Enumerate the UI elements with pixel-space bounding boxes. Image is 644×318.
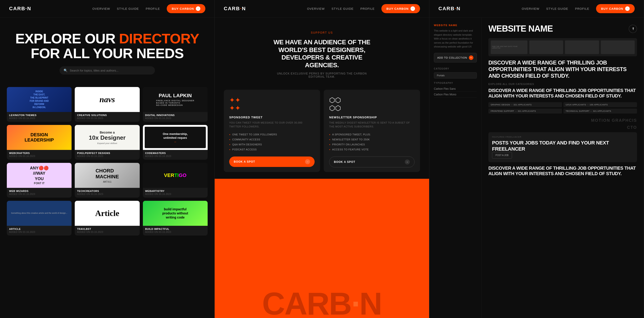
card-date-9: ADDED ON 03.16.2023 xyxy=(145,193,205,195)
category-tag[interactable]: Portals xyxy=(434,72,477,78)
category-label: CATEGORY xyxy=(434,68,477,70)
card-date-7: ADDED ON 03.16.2023 xyxy=(9,193,69,195)
card-techcreators[interactable]: CHORDMACHINE AKT-0.1 TECHCREATORS ADDED … xyxy=(75,163,140,198)
card-date-5: ADDED ON 03.16.2023 xyxy=(77,155,137,158)
newsletter-icon: ⬡⬡⬡⬡ xyxy=(329,96,414,112)
preview-thumb-2 xyxy=(529,40,563,54)
card-date-4: ADDED ON 03.16.2023 xyxy=(9,155,69,158)
card-date-3: ADDED ON 03.16.2023 xyxy=(145,117,205,120)
newsletter-feature-3: PRIORITY ON LAUNCHES xyxy=(329,142,414,147)
card-thumb-blue: INSIDETHE EAST,THE BLUEPRINTFOR BRAND AN… xyxy=(7,87,72,112)
font-item-1: Carbon Flex Sans xyxy=(434,86,477,92)
tweet-card: ✦✦✦✦ SPONSORED TWEET YOU CAN TWEET YOUR … xyxy=(224,90,320,172)
nav-overview-2[interactable]: OVERVIEW xyxy=(307,7,325,10)
buy-arrow-icon-2: → xyxy=(410,6,415,11)
typography-label: TYPOGRAPHY xyxy=(434,82,477,84)
panel-3: CARB·N OVERVIEW STYLE GUIDE PROFILE BUY … xyxy=(429,0,644,318)
nav-profile-2[interactable]: PROFILE xyxy=(360,7,374,10)
card-thumb-navs: navs xyxy=(75,87,140,112)
skill-item-1[interactable]: Graphic Design — 321 Applicants xyxy=(488,102,562,107)
support-title: WE HAVE AN AUDIENCE OF THE WORLD'S BEST … xyxy=(265,38,379,69)
card-title-5: PIXELPERFECT DESIGNS xyxy=(77,152,137,154)
card-navs[interactable]: navs CREATIVE SOLUTIONS ADDED ON 03.16.2… xyxy=(75,87,140,122)
cards-grid-row2: DESIGNLEADERSHIP WEBCRAFTERS ADDED ON 03… xyxy=(0,125,214,163)
book-arrow-icon-2: → xyxy=(405,160,410,164)
tweet-features: ONE TWEET TO 100K FOLLOWERS COMMUNITY AC… xyxy=(229,132,314,152)
explore-label: EXPLORE ALL OUR CATEGORIES xyxy=(488,83,534,86)
card-title-7: WEB WIZARDS xyxy=(9,190,69,192)
newsletter-feature-1: A SPONSORED TWEET, PLUS: xyxy=(329,132,414,137)
nav-styleguide-1[interactable]: STYLE GUIDE xyxy=(117,7,139,10)
card-title-12: BUILD IMPACTFUL xyxy=(145,228,205,230)
p3-website-desc: This website is a light and dark and ele… xyxy=(434,29,477,49)
tweet-feature-4: PODCAST ACCESS xyxy=(229,147,314,152)
book-spot-btn-2[interactable]: BOOK A SPOT → xyxy=(329,156,414,168)
external-link-icon[interactable]: ↗ xyxy=(627,23,639,34)
book-spot-btn-1[interactable]: BOOK A SPOT → xyxy=(229,156,314,167)
nav-styleguide-2[interactable]: STYLE GUIDE xyxy=(332,7,354,10)
search-icon: 🔍 xyxy=(64,68,68,72)
card-webartistry[interactable]: VERTIGO WEBARTISTRY ADDED ON 03.16.2023 xyxy=(143,163,208,198)
p3-main-content: WEBSITE NAME ↗ FIND THE JOB THAT SUITS Y… xyxy=(482,18,644,318)
support-section: SUPPORT US WE HAVE AN AUDIENCE OF THE WO… xyxy=(215,18,429,83)
hero-title: EXPLORE OUR DIRECTORY FOR ALL YOUR NEEDS xyxy=(9,31,205,61)
newsletter-feature-4: ACCESS TO FEATURE VOTE xyxy=(329,147,414,152)
tweet-icon: ✦✦✦✦ xyxy=(229,96,314,112)
card-thumb-anyway: ANY🔴🔴 ///WAY YOU FONT IT xyxy=(7,163,72,188)
cards-grid-row1: INSIDETHE EAST,THE BLUEPRINTFOR BRAND AN… xyxy=(0,87,214,125)
buy-carbon-btn-3[interactable]: BUY CARBON → xyxy=(596,4,635,13)
p3-explore-row: EXPLORE ALL OUR CATEGORIES xyxy=(488,83,637,86)
nav-profile-1[interactable]: PROFILE xyxy=(146,7,160,10)
search-input[interactable] xyxy=(70,69,151,72)
panel-1: CARB·N OVERVIEW STYLE GUIDE PROFILE BUY … xyxy=(0,0,215,318)
card-build-impactful[interactable]: build impactfulproducts withoutwriting c… xyxy=(143,201,208,236)
buy-carbon-btn-2[interactable]: BUY CARBON → xyxy=(382,4,420,13)
support-tag: SUPPORT US xyxy=(224,31,420,34)
skill-item-4[interactable]: Technical Support — 321 Applicants xyxy=(563,108,637,114)
newsletter-card-desc: THE WEEKLY DIGEST NEWSLETTER IS SENT TO … xyxy=(329,121,414,128)
card-thumb-article: Something about this creative article an… xyxy=(7,201,72,226)
tweet-card-desc: YOU CAN TWEET YOUR MESSAGE TO OUR OVER 3… xyxy=(229,121,314,128)
add-to-collection-btn[interactable]: ADD TO COLLECTION + xyxy=(434,53,477,62)
card-article[interactable]: Something about this creative article an… xyxy=(7,201,72,236)
post-jobs-title: POSTS YOUR JOBS TODAY AND FIND YOUR NEXT… xyxy=(492,140,633,152)
newsletter-features: A SPONSORED TWEET, PLUS: NEWSLETTER SENT… xyxy=(329,132,414,152)
nav-overview-1[interactable]: OVERVIEW xyxy=(92,7,110,10)
card-thumb-paul: PAUL LAPKIN FREELANCE DIGITAL DESIGNERBA… xyxy=(143,87,208,112)
preview-thumb-1: FIND THE JOB THAT SUITS YOUR LIFESTYLE xyxy=(491,40,528,54)
post-job-btn[interactable]: POST A JOB xyxy=(492,152,512,158)
bottom-logo-text: CARB·N xyxy=(262,290,382,318)
card-paul[interactable]: PAUL LAPKIN FREELANCE DIGITAL DESIGNERBA… xyxy=(143,87,208,122)
p3-big-text-2: DISCOVER A WIDE RANGE OF THRILLING JOB O… xyxy=(488,88,637,98)
card-thumb-article-white: Article xyxy=(75,201,140,226)
card-travlbst[interactable]: Article TRAVLBST ADDED ON 03.16.2023 xyxy=(75,201,140,236)
card-title-11: TRAVLBST xyxy=(77,228,137,230)
search-bar: 🔍 xyxy=(60,66,155,74)
add-icon: + xyxy=(469,56,474,60)
navbar-1: CARB·N OVERVIEW STYLE GUIDE PROFILE BUY … xyxy=(0,0,214,18)
card-webwizards[interactable]: ANY🔴🔴 ///WAY YOU FONT IT WEB WIZARDS ADD… xyxy=(7,163,72,198)
p3-main-title: WEBSITE NAME ↗ xyxy=(488,24,637,34)
buy-carbon-btn-1[interactable]: BUY CARBON → xyxy=(167,4,205,13)
card-thumb-design: DESIGNLEADERSHIP xyxy=(7,125,72,150)
card-title-8: TECHCREATORS xyxy=(77,190,137,192)
skill-item-3[interactable]: Frontend Support — 321 Applicants xyxy=(488,108,562,114)
card-title-3: DIGITAL INNOVATIONS xyxy=(145,114,205,116)
card-webcrafters[interactable]: DESIGNLEADERSHIP WEBCRAFTERS ADDED ON 03… xyxy=(7,125,72,160)
card-pixelperfect[interactable]: Become a 10x Designer Expand your skills… xyxy=(75,125,140,160)
sponsorship-cards: ✦✦✦✦ SPONSORED TWEET YOU CAN TWEET YOUR … xyxy=(215,83,429,179)
card-thumb-chord: CHORDMACHINE AKT-0.1 xyxy=(75,163,140,188)
cards-grid-row4: Something about this creative article an… xyxy=(0,201,214,239)
logo-2: CARB·N xyxy=(224,6,246,12)
skill-item-2[interactable]: UI/UX Applicants — 155 Applicants xyxy=(563,102,637,107)
nav-profile-3[interactable]: PROFILE xyxy=(575,7,589,10)
card-thumb-vertigo: VERTIGO xyxy=(143,163,208,188)
nav-styleguide-3[interactable]: STYLE GUIDE xyxy=(546,7,568,10)
newsletter-card-title: NEWSLETTER SPONSORSHIP xyxy=(329,116,414,119)
card-date-12: ADDED ON 03.16.2023 xyxy=(145,231,205,233)
logo-1: CARB·N xyxy=(9,6,31,12)
card-codemasters[interactable]: One membership,unlimited reques... CODEM… xyxy=(143,125,208,160)
nav-overview-3[interactable]: OVERVIEW xyxy=(522,7,540,10)
card-lexington[interactable]: INSIDETHE EAST,THE BLUEPRINTFOR BRAND AN… xyxy=(7,87,72,122)
p3-website-name-label: WEBSITE NAME xyxy=(434,24,477,26)
